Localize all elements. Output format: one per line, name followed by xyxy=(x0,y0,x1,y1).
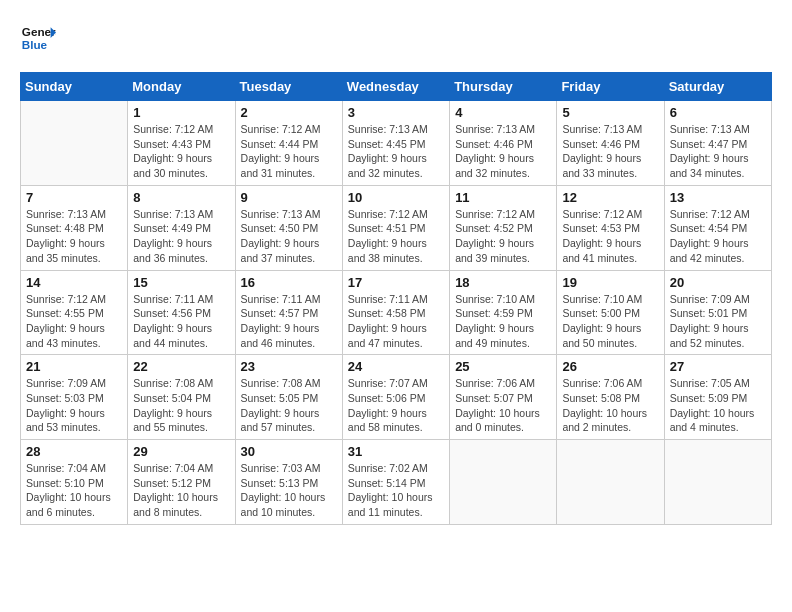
day-number: 24 xyxy=(348,359,444,374)
day-number: 20 xyxy=(670,275,766,290)
day-number: 22 xyxy=(133,359,229,374)
calendar-cell xyxy=(21,101,128,186)
day-info: Sunrise: 7:10 AMSunset: 4:59 PMDaylight:… xyxy=(455,292,551,351)
day-info: Sunrise: 7:12 AMSunset: 4:54 PMDaylight:… xyxy=(670,207,766,266)
calendar-cell: 27Sunrise: 7:05 AMSunset: 5:09 PMDayligh… xyxy=(664,355,771,440)
day-info: Sunrise: 7:08 AMSunset: 5:05 PMDaylight:… xyxy=(241,376,337,435)
calendar-cell: 2Sunrise: 7:12 AMSunset: 4:44 PMDaylight… xyxy=(235,101,342,186)
day-number: 16 xyxy=(241,275,337,290)
day-info: Sunrise: 7:12 AMSunset: 4:55 PMDaylight:… xyxy=(26,292,122,351)
day-info: Sunrise: 7:12 AMSunset: 4:43 PMDaylight:… xyxy=(133,122,229,181)
day-info: Sunrise: 7:02 AMSunset: 5:14 PMDaylight:… xyxy=(348,461,444,520)
day-number: 9 xyxy=(241,190,337,205)
day-info: Sunrise: 7:03 AMSunset: 5:13 PMDaylight:… xyxy=(241,461,337,520)
day-number: 30 xyxy=(241,444,337,459)
day-number: 26 xyxy=(562,359,658,374)
calendar-cell: 31Sunrise: 7:02 AMSunset: 5:14 PMDayligh… xyxy=(342,440,449,525)
day-number: 21 xyxy=(26,359,122,374)
calendar-cell: 22Sunrise: 7:08 AMSunset: 5:04 PMDayligh… xyxy=(128,355,235,440)
calendar-cell: 9Sunrise: 7:13 AMSunset: 4:50 PMDaylight… xyxy=(235,185,342,270)
calendar-cell: 17Sunrise: 7:11 AMSunset: 4:58 PMDayligh… xyxy=(342,270,449,355)
day-number: 1 xyxy=(133,105,229,120)
day-info: Sunrise: 7:09 AMSunset: 5:03 PMDaylight:… xyxy=(26,376,122,435)
day-number: 8 xyxy=(133,190,229,205)
calendar-cell: 14Sunrise: 7:12 AMSunset: 4:55 PMDayligh… xyxy=(21,270,128,355)
day-number: 5 xyxy=(562,105,658,120)
day-info: Sunrise: 7:08 AMSunset: 5:04 PMDaylight:… xyxy=(133,376,229,435)
day-info: Sunrise: 7:13 AMSunset: 4:47 PMDaylight:… xyxy=(670,122,766,181)
day-number: 28 xyxy=(26,444,122,459)
day-number: 14 xyxy=(26,275,122,290)
day-info: Sunrise: 7:11 AMSunset: 4:56 PMDaylight:… xyxy=(133,292,229,351)
day-info: Sunrise: 7:07 AMSunset: 5:06 PMDaylight:… xyxy=(348,376,444,435)
day-info: Sunrise: 7:04 AMSunset: 5:10 PMDaylight:… xyxy=(26,461,122,520)
day-number: 18 xyxy=(455,275,551,290)
day-number: 19 xyxy=(562,275,658,290)
weekday-header-tuesday: Tuesday xyxy=(235,73,342,101)
calendar-cell: 10Sunrise: 7:12 AMSunset: 4:51 PMDayligh… xyxy=(342,185,449,270)
day-info: Sunrise: 7:11 AMSunset: 4:57 PMDaylight:… xyxy=(241,292,337,351)
calendar-cell xyxy=(664,440,771,525)
calendar-cell: 21Sunrise: 7:09 AMSunset: 5:03 PMDayligh… xyxy=(21,355,128,440)
day-info: Sunrise: 7:13 AMSunset: 4:50 PMDaylight:… xyxy=(241,207,337,266)
day-number: 17 xyxy=(348,275,444,290)
day-number: 31 xyxy=(348,444,444,459)
day-number: 15 xyxy=(133,275,229,290)
day-number: 23 xyxy=(241,359,337,374)
calendar-cell: 5Sunrise: 7:13 AMSunset: 4:46 PMDaylight… xyxy=(557,101,664,186)
day-info: Sunrise: 7:10 AMSunset: 5:00 PMDaylight:… xyxy=(562,292,658,351)
calendar-week-5: 28Sunrise: 7:04 AMSunset: 5:10 PMDayligh… xyxy=(21,440,772,525)
calendar-cell: 12Sunrise: 7:12 AMSunset: 4:53 PMDayligh… xyxy=(557,185,664,270)
day-number: 25 xyxy=(455,359,551,374)
calendar-cell: 19Sunrise: 7:10 AMSunset: 5:00 PMDayligh… xyxy=(557,270,664,355)
calendar-cell xyxy=(557,440,664,525)
day-number: 12 xyxy=(562,190,658,205)
page-header: General Blue xyxy=(20,20,772,56)
day-info: Sunrise: 7:04 AMSunset: 5:12 PMDaylight:… xyxy=(133,461,229,520)
day-info: Sunrise: 7:12 AMSunset: 4:52 PMDaylight:… xyxy=(455,207,551,266)
calendar-cell: 26Sunrise: 7:06 AMSunset: 5:08 PMDayligh… xyxy=(557,355,664,440)
calendar-cell: 28Sunrise: 7:04 AMSunset: 5:10 PMDayligh… xyxy=(21,440,128,525)
weekday-header-sunday: Sunday xyxy=(21,73,128,101)
calendar-cell: 18Sunrise: 7:10 AMSunset: 4:59 PMDayligh… xyxy=(450,270,557,355)
calendar-body: 1Sunrise: 7:12 AMSunset: 4:43 PMDaylight… xyxy=(21,101,772,525)
day-number: 11 xyxy=(455,190,551,205)
svg-text:Blue: Blue xyxy=(22,38,48,51)
calendar-cell: 8Sunrise: 7:13 AMSunset: 4:49 PMDaylight… xyxy=(128,185,235,270)
calendar-week-4: 21Sunrise: 7:09 AMSunset: 5:03 PMDayligh… xyxy=(21,355,772,440)
weekday-header-wednesday: Wednesday xyxy=(342,73,449,101)
day-info: Sunrise: 7:12 AMSunset: 4:51 PMDaylight:… xyxy=(348,207,444,266)
calendar-cell: 23Sunrise: 7:08 AMSunset: 5:05 PMDayligh… xyxy=(235,355,342,440)
day-info: Sunrise: 7:13 AMSunset: 4:46 PMDaylight:… xyxy=(455,122,551,181)
calendar-cell: 3Sunrise: 7:13 AMSunset: 4:45 PMDaylight… xyxy=(342,101,449,186)
calendar-cell xyxy=(450,440,557,525)
day-number: 6 xyxy=(670,105,766,120)
calendar-week-3: 14Sunrise: 7:12 AMSunset: 4:55 PMDayligh… xyxy=(21,270,772,355)
day-number: 3 xyxy=(348,105,444,120)
logo: General Blue xyxy=(20,20,56,56)
calendar-cell: 11Sunrise: 7:12 AMSunset: 4:52 PMDayligh… xyxy=(450,185,557,270)
day-number: 7 xyxy=(26,190,122,205)
day-info: Sunrise: 7:06 AMSunset: 5:07 PMDaylight:… xyxy=(455,376,551,435)
day-info: Sunrise: 7:13 AMSunset: 4:49 PMDaylight:… xyxy=(133,207,229,266)
calendar-cell: 25Sunrise: 7:06 AMSunset: 5:07 PMDayligh… xyxy=(450,355,557,440)
calendar-cell: 29Sunrise: 7:04 AMSunset: 5:12 PMDayligh… xyxy=(128,440,235,525)
weekday-header-thursday: Thursday xyxy=(450,73,557,101)
logo-icon: General Blue xyxy=(20,20,56,56)
day-info: Sunrise: 7:06 AMSunset: 5:08 PMDaylight:… xyxy=(562,376,658,435)
calendar-cell: 24Sunrise: 7:07 AMSunset: 5:06 PMDayligh… xyxy=(342,355,449,440)
day-number: 27 xyxy=(670,359,766,374)
day-info: Sunrise: 7:13 AMSunset: 4:45 PMDaylight:… xyxy=(348,122,444,181)
calendar-header: SundayMondayTuesdayWednesdayThursdayFrid… xyxy=(21,73,772,101)
day-number: 13 xyxy=(670,190,766,205)
calendar-cell: 4Sunrise: 7:13 AMSunset: 4:46 PMDaylight… xyxy=(450,101,557,186)
day-info: Sunrise: 7:13 AMSunset: 4:46 PMDaylight:… xyxy=(562,122,658,181)
weekday-header-monday: Monday xyxy=(128,73,235,101)
day-info: Sunrise: 7:12 AMSunset: 4:44 PMDaylight:… xyxy=(241,122,337,181)
day-number: 4 xyxy=(455,105,551,120)
calendar-cell: 16Sunrise: 7:11 AMSunset: 4:57 PMDayligh… xyxy=(235,270,342,355)
calendar-cell: 1Sunrise: 7:12 AMSunset: 4:43 PMDaylight… xyxy=(128,101,235,186)
calendar-cell: 30Sunrise: 7:03 AMSunset: 5:13 PMDayligh… xyxy=(235,440,342,525)
calendar-week-1: 1Sunrise: 7:12 AMSunset: 4:43 PMDaylight… xyxy=(21,101,772,186)
day-number: 29 xyxy=(133,444,229,459)
